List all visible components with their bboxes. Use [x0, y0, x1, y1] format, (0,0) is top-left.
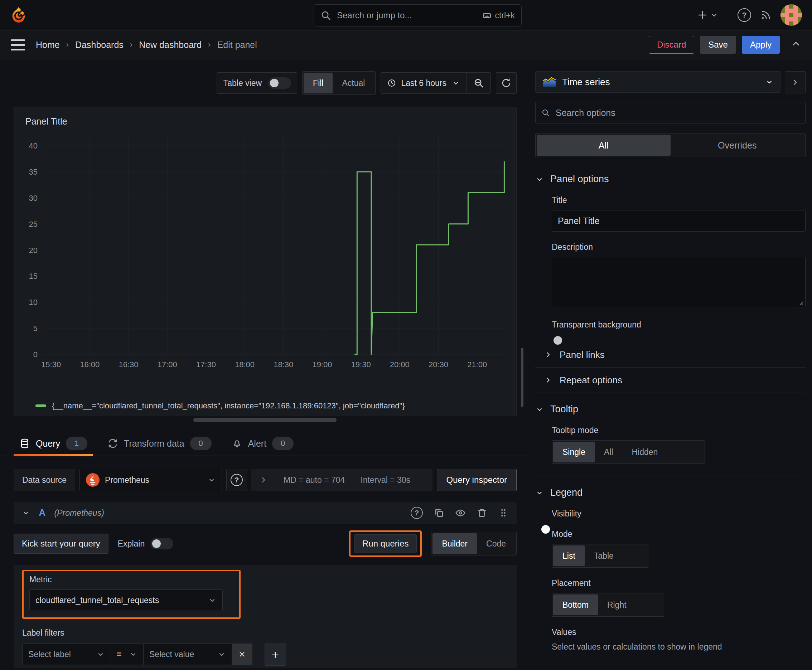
- query-toolbar: Kick start your query Explain Run querie…: [14, 530, 517, 557]
- datasource-help-button[interactable]: ?: [226, 469, 247, 491]
- global-search[interactable]: ctrl+k: [314, 4, 522, 27]
- visualization-picker[interactable]: Time series: [535, 71, 780, 93]
- placement-bottom-option[interactable]: Bottom: [553, 594, 598, 615]
- svg-text:18:30: 18:30: [273, 360, 293, 369]
- tooltip-mode-segment: Single All Hidden: [552, 440, 705, 464]
- news-rss-icon[interactable]: [760, 10, 771, 20]
- run-queries-button[interactable]: Run queries: [354, 535, 417, 553]
- apply-button[interactable]: Apply: [742, 36, 780, 54]
- legend-values-label: Values: [552, 628, 805, 637]
- operator-dropdown[interactable]: =: [111, 643, 143, 665]
- eye-icon[interactable]: [455, 508, 466, 518]
- table-view-toggle[interactable]: [268, 77, 291, 89]
- series-color-swatch: [36, 404, 46, 407]
- time-series-chart[interactable]: 051015202530354015:3016:0016:3017:0017:3…: [20, 130, 510, 396]
- legend-mode-label: Mode: [552, 530, 805, 539]
- query-row-header[interactable]: A (Prometheus) ?: [14, 502, 517, 524]
- save-button[interactable]: Save: [700, 36, 736, 54]
- legend-section-header[interactable]: Legend: [535, 487, 805, 498]
- label-filters-label: Label filters: [22, 628, 508, 638]
- clock-icon: [387, 79, 396, 87]
- actual-option[interactable]: Actual: [332, 73, 374, 93]
- legend-table-option[interactable]: Table: [585, 545, 623, 566]
- time-range-picker[interactable]: Last 6 hours: [381, 73, 466, 93]
- select-value-dropdown[interactable]: Select value: [143, 643, 232, 665]
- refresh-icon: [501, 78, 512, 88]
- all-tab[interactable]: All: [537, 135, 671, 156]
- tooltip-hidden-option[interactable]: Hidden: [622, 442, 667, 462]
- nav-bar: Home › Dashboards › New dashboard › Edit…: [0, 30, 812, 59]
- tooltip-all-option[interactable]: All: [595, 442, 622, 462]
- datasource-row: Data source Prometheus ? MD = auto = 704: [14, 469, 517, 491]
- menu-toggle-icon[interactable]: [11, 39, 25, 51]
- explain-toggle[interactable]: [150, 538, 173, 549]
- panel-links-row[interactable]: Panel links: [535, 342, 805, 367]
- builder-option[interactable]: Builder: [432, 533, 477, 554]
- breadcrumb-separator: ›: [66, 40, 69, 49]
- query-ref-id: A: [39, 508, 46, 519]
- repeat-options-row[interactable]: Repeat options: [535, 367, 805, 393]
- resize-corner-icon[interactable]: [798, 300, 804, 306]
- code-option[interactable]: Code: [477, 533, 515, 554]
- description-textarea[interactable]: [552, 257, 805, 307]
- chevron-down-icon: [535, 489, 544, 497]
- options-pane: Time series All Overrides Panel optio: [529, 59, 812, 670]
- query-help-icon[interactable]: ?: [411, 507, 423, 519]
- search-icon: [320, 10, 331, 21]
- tab-transform-data[interactable]: Transform data 0: [102, 431, 217, 456]
- discard-button[interactable]: Discard: [649, 36, 694, 54]
- series-label[interactable]: {__name__="cloudflared_tunnel_total_requ…: [52, 401, 405, 411]
- chevron-down-icon: [96, 650, 105, 658]
- panel-title[interactable]: Panel Title: [20, 112, 510, 130]
- add-filter-button[interactable]: +: [264, 643, 286, 666]
- datasource-picker[interactable]: Prometheus: [80, 469, 222, 491]
- chevron-down-icon: [710, 11, 719, 19]
- edit-area: Table view Fill Actual Last 6 hours: [0, 59, 529, 670]
- placement-right-option[interactable]: Right: [598, 594, 636, 615]
- panel-options-header[interactable]: Panel options: [535, 174, 805, 185]
- kickstart-button[interactable]: Kick start your query: [14, 534, 108, 554]
- chevron-down-icon: [207, 475, 216, 484]
- panel-resize-handle[interactable]: [193, 418, 337, 422]
- help-button[interactable]: ?: [737, 8, 751, 22]
- transform-icon: [107, 438, 118, 449]
- duplicate-icon[interactable]: [434, 508, 444, 518]
- select-label-dropdown[interactable]: Select label: [22, 643, 111, 665]
- fill-option[interactable]: Fill: [303, 73, 332, 93]
- bell-icon: [232, 438, 242, 449]
- metric-select[interactable]: cloudflared_tunnel_total_requests: [29, 589, 223, 611]
- drag-handle-icon[interactable]: [498, 508, 509, 518]
- new-menu-button[interactable]: [697, 10, 719, 20]
- breadcrumb-new-dashboard[interactable]: New dashboard: [139, 40, 202, 50]
- tooltip-section-header[interactable]: Tooltip: [535, 404, 805, 415]
- chevron-right-icon[interactable]: [259, 475, 268, 484]
- user-avatar[interactable]: [780, 4, 802, 26]
- tab-query[interactable]: Query 1: [14, 431, 93, 456]
- chevron-right-icon: [544, 376, 553, 384]
- refresh-button[interactable]: [496, 72, 517, 94]
- collapse-options-button[interactable]: [790, 38, 801, 51]
- breadcrumb-dashboards[interactable]: Dashboards: [75, 40, 124, 50]
- svg-text:25: 25: [29, 220, 37, 229]
- search-options-input[interactable]: [555, 107, 800, 118]
- tab-alert[interactable]: Alert 0: [226, 431, 299, 456]
- trash-icon[interactable]: [476, 508, 487, 518]
- grafana-edit-panel: ctrl+k ? Home › Dashboards › New dashboa…: [0, 0, 812, 670]
- remove-filter-button[interactable]: ×: [232, 643, 253, 665]
- legend-list-option[interactable]: List: [553, 545, 585, 566]
- scrollbar-thumb[interactable]: [521, 348, 524, 407]
- tooltip-single-option[interactable]: Single: [553, 442, 595, 462]
- query-inspector-button[interactable]: Query inspector: [437, 469, 517, 491]
- query-datasource-hint: (Prometheus): [54, 508, 104, 518]
- search-options[interactable]: [535, 102, 805, 124]
- global-search-input[interactable]: [336, 10, 478, 21]
- svg-text:18:00: 18:00: [235, 360, 254, 369]
- zoom-out-button[interactable]: [466, 73, 490, 93]
- chevron-down-icon: [535, 405, 544, 414]
- breadcrumb-home[interactable]: Home: [36, 40, 60, 50]
- grafana-logo[interactable]: [10, 7, 27, 24]
- overrides-tab[interactable]: Overrides: [671, 135, 805, 156]
- datasource-name: Prometheus: [105, 475, 149, 485]
- panel-title-input[interactable]: [552, 210, 805, 232]
- open-viz-suggestions-button[interactable]: [785, 71, 805, 93]
